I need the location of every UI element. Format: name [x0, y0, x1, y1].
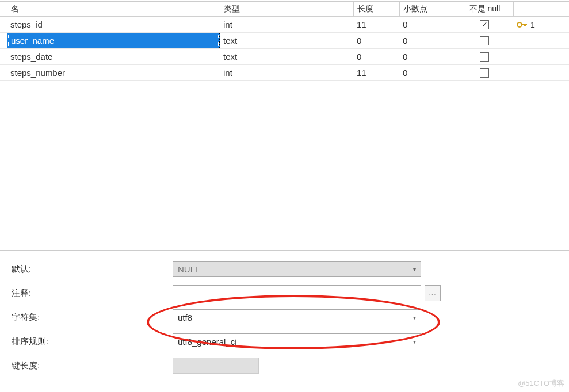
- cell-notnull: [456, 17, 513, 32]
- header-length[interactable]: 长度: [353, 2, 399, 16]
- table-row[interactable]: steps_idint1101: [0, 17, 569, 33]
- cell-name[interactable]: steps_date: [7, 49, 220, 64]
- row-indicator: [0, 49, 7, 64]
- comment-field[interactable]: [173, 285, 421, 301]
- header-name[interactable]: 名: [7, 2, 220, 16]
- cell-type[interactable]: int: [220, 65, 353, 80]
- notnull-checkbox[interactable]: [480, 68, 489, 78]
- cell-key: 1: [513, 17, 569, 32]
- grid-body: steps_idint1101user_nametext00steps_date…: [0, 17, 569, 81]
- chevron-down-icon: ▾: [413, 266, 416, 272]
- cell-decimal[interactable]: 0: [399, 49, 456, 64]
- grid-header-row: 名 类型 长度 小数点 不是 null: [0, 2, 569, 17]
- cell-notnull: [456, 33, 513, 48]
- field-grid: 名 类型 长度 小数点 不是 null steps_idint1101user_…: [0, 1, 569, 81]
- charset-field[interactable]: utf8 ▾: [173, 309, 421, 325]
- cell-type[interactable]: text: [220, 33, 353, 48]
- header-indicator: [0, 2, 7, 16]
- header-notnull[interactable]: 不是 null: [456, 2, 513, 16]
- prop-row-keylength: 键长度:: [12, 358, 557, 374]
- collation-value: utf8_general_ci: [178, 337, 237, 347]
- cell-key: [513, 33, 569, 48]
- default-field[interactable]: NULL ▾: [173, 261, 421, 277]
- prop-row-comment: 注释: ...: [12, 285, 557, 301]
- cell-notnull: [456, 65, 513, 80]
- watermark: @51CTO博客: [518, 378, 564, 389]
- properties-panel: 默认: NULL ▾ 注释: ... 字符集: utf8 ▾ 排序规则: utf…: [0, 250, 569, 387]
- prop-row-charset: 字符集: utf8 ▾: [12, 309, 557, 325]
- cell-length[interactable]: 0: [353, 49, 399, 64]
- cell-notnull: [456, 49, 513, 64]
- prop-row-default: 默认: NULL ▾: [12, 261, 557, 277]
- comment-label: 注释:: [12, 288, 173, 299]
- svg-rect-3: [524, 24, 525, 26]
- default-label: 默认:: [12, 264, 173, 275]
- cell-key: [513, 65, 569, 80]
- cell-type[interactable]: text: [220, 49, 353, 64]
- table-row[interactable]: steps_datetext00: [0, 49, 569, 65]
- row-indicator: [0, 33, 7, 48]
- notnull-checkbox[interactable]: [480, 36, 489, 45]
- charset-label: 字符集:: [12, 312, 173, 323]
- row-indicator: [0, 65, 7, 80]
- notnull-checkbox[interactable]: [480, 20, 489, 29]
- primary-key-icon: 1: [517, 20, 535, 29]
- cell-length[interactable]: 11: [353, 65, 399, 80]
- collation-label: 排序规则:: [12, 336, 173, 347]
- cell-decimal[interactable]: 0: [399, 65, 456, 80]
- prop-row-collation: 排序规则: utf8_general_ci ▾: [12, 333, 557, 349]
- svg-point-0: [517, 22, 522, 27]
- cell-key: [513, 49, 569, 64]
- cell-name[interactable]: steps_id: [7, 17, 220, 32]
- svg-rect-2: [525, 24, 526, 26]
- notnull-checkbox[interactable]: [480, 52, 489, 62]
- cell-length[interactable]: 11: [353, 17, 399, 32]
- cell-type[interactable]: int: [220, 17, 353, 32]
- header-key: [513, 2, 569, 16]
- chevron-down-icon: ▾: [413, 339, 416, 345]
- row-indicator: [0, 17, 7, 32]
- cell-name[interactable]: user_name: [7, 33, 220, 48]
- collation-field[interactable]: utf8_general_ci ▾: [173, 333, 421, 349]
- ellipsis-icon: ...: [429, 289, 436, 297]
- header-decimal[interactable]: 小数点: [399, 2, 456, 16]
- comment-ellipsis-button[interactable]: ...: [425, 285, 441, 301]
- cell-name[interactable]: steps_number: [7, 65, 220, 80]
- chevron-down-icon: ▾: [413, 314, 416, 321]
- table-row[interactable]: steps_numberint110: [0, 65, 569, 81]
- cell-decimal[interactable]: 0: [399, 17, 456, 32]
- keylength-field[interactable]: [173, 358, 259, 374]
- cell-length[interactable]: 0: [353, 33, 399, 48]
- default-value: NULL: [178, 264, 200, 274]
- keylength-label: 键长度:: [12, 360, 173, 371]
- charset-value: utf8: [178, 313, 192, 322]
- cell-decimal[interactable]: 0: [399, 33, 456, 48]
- table-row[interactable]: user_nametext00: [0, 33, 569, 49]
- header-type[interactable]: 类型: [220, 2, 353, 16]
